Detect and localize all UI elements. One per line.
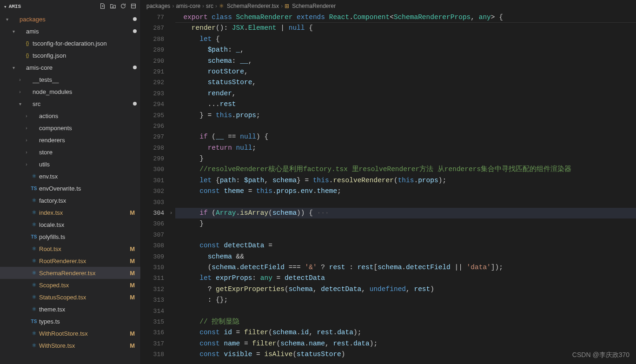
tree-item[interactable]: ⚛env.tsx <box>0 170 140 182</box>
file-icon: ⚛ <box>30 294 38 300</box>
code-line[interactable]: rootStore, <box>175 66 636 77</box>
tree-item[interactable]: ⚛RootRenderer.tsxM <box>0 255 140 267</box>
code-line[interactable]: } <box>175 153 636 164</box>
code-line[interactable]: //resolveRenderer核心是利用factory.tsx 里resol… <box>175 164 636 175</box>
new-folder-icon[interactable] <box>110 3 116 11</box>
code-line[interactable] <box>175 230 636 240</box>
modified-badge: M <box>130 270 137 277</box>
tree-item[interactable]: ›utils <box>0 158 140 170</box>
tree-item-label: Root.tsx <box>39 245 130 252</box>
tree-item-label: envOverwrite.ts <box>39 185 137 192</box>
tree-item[interactable]: ›components <box>0 122 140 134</box>
tree-item-label: polyfills.ts <box>39 233 137 240</box>
code-line[interactable]: : {}; <box>175 295 636 305</box>
refresh-icon[interactable] <box>120 3 126 11</box>
tree-item[interactable]: ⚛index.tsxM <box>0 206 140 218</box>
breadcrumb-item[interactable]: packages <box>146 3 170 9</box>
line-numbers: 7728728828929029129229329429529629729829… <box>141 12 167 364</box>
chevron-icon: › <box>23 113 30 119</box>
file-icon: TS <box>30 185 38 192</box>
code-line[interactable]: statusStore, <box>175 77 636 88</box>
tree-item[interactable]: ⚛factory.tsx <box>0 194 140 206</box>
tree-item[interactable]: ›__tests__ <box>0 73 140 86</box>
code-line[interactable]: const detectData = <box>175 240 636 251</box>
modified-badge: M <box>130 209 137 216</box>
code-line[interactable] <box>175 121 636 132</box>
breadcrumb[interactable]: packages›amis-core›src›⚛SchemaRenderer.t… <box>141 0 636 12</box>
tree-item[interactable]: ⚛Root.tsxM <box>0 243 140 255</box>
code-line[interactable]: } = this.props; <box>175 110 636 121</box>
fold-column[interactable]: › <box>167 12 175 364</box>
code-line[interactable]: (schema.detectField === '&' ? rest : res… <box>175 262 636 273</box>
tree-item[interactable]: ›node_modules <box>0 86 140 98</box>
tree-item[interactable]: ›renderers <box>0 134 140 146</box>
tree-item[interactable]: ⚛WithStore.tsxM <box>0 339 140 351</box>
tree-item-label: __tests__ <box>33 76 137 83</box>
code-line[interactable]: $path: _, <box>175 45 636 55</box>
tree-item[interactable]: TSenvOverwrite.ts <box>0 182 140 194</box>
code-content[interactable]: export class SchemaRenderer extends Reac… <box>175 12 636 364</box>
code-line[interactable]: } <box>175 218 636 229</box>
breadcrumb-item[interactable]: amis-core <box>176 3 200 9</box>
tree-item-label: store <box>39 149 137 156</box>
file-icon: ⚛ <box>30 330 38 337</box>
code-line[interactable]: let { <box>175 34 636 45</box>
tree-item-label: StatusScoped.tsx <box>39 294 130 301</box>
code-line[interactable]: if (__ == null) { <box>175 132 636 142</box>
symbol-icon: ⊞ <box>285 3 289 9</box>
breadcrumb-item[interactable]: src <box>206 3 213 9</box>
breadcrumb-item[interactable]: SchemaRenderer.tsx <box>227 3 279 9</box>
workspace-title: AMIS <box>9 4 99 9</box>
tree-item[interactable]: {}tsconfig.json <box>0 49 140 61</box>
code-line[interactable]: return null; <box>175 143 636 153</box>
modified-badge: M <box>130 282 137 289</box>
tree-item[interactable]: ⚛locale.tsx <box>0 218 140 231</box>
tree-item[interactable]: ▾amis <box>0 25 140 37</box>
dirty-dot <box>133 17 137 21</box>
code-line[interactable]: const id = filter(schema.id, rest.data); <box>175 327 636 338</box>
code-line[interactable]: // 控制显隐 <box>175 317 636 327</box>
tree-item[interactable]: ⚛SchemaRenderer.tsxM <box>0 267 140 279</box>
tree-item[interactable]: ›store <box>0 146 140 158</box>
tree-item-label: components <box>39 125 137 132</box>
tree-item[interactable]: ⚛Scoped.tsxM <box>0 279 140 291</box>
code-line[interactable]: const visible = isAlive(statusStore) <box>175 349 636 360</box>
tree-item[interactable]: ▾amis-core <box>0 61 140 73</box>
code-line[interactable] <box>175 306 636 317</box>
breadcrumb-item[interactable]: SchemaRenderer <box>292 3 336 9</box>
tree-item-label: actions <box>39 113 137 119</box>
chevron-icon: › <box>17 77 23 82</box>
tree-item[interactable]: ▾src <box>0 98 140 110</box>
code-line[interactable]: render(): JSX.Element | null { <box>175 23 636 33</box>
file-explorer: ▾ AMIS ▾packages▾amis{}tsconfig-for-decl… <box>0 0 141 364</box>
file-icon: {} <box>23 52 32 59</box>
code-line[interactable] <box>175 197 636 208</box>
code-line[interactable]: if (Array.isArray(schema)) { ··· <box>175 208 636 218</box>
code-line[interactable]: schema && <box>175 251 636 262</box>
tree-item[interactable]: ⚛StatusScoped.tsxM <box>0 291 140 303</box>
tree-item-label: index.tsx <box>39 209 130 216</box>
tree-item[interactable]: TSpolyfills.ts <box>0 231 140 243</box>
code-line[interactable]: ...rest <box>175 99 636 110</box>
tree-item-label: types.ts <box>39 318 137 325</box>
code-line[interactable]: let exprProps: any = detectData <box>175 273 636 284</box>
chevron-icon: › <box>23 150 30 155</box>
sticky-scroll-line[interactable]: export class SchemaRenderer extends Reac… <box>175 12 636 23</box>
tree-item[interactable]: ›actions <box>0 110 140 122</box>
code-line[interactable]: render, <box>175 88 636 99</box>
tree-item[interactable]: ⚛WithRootStore.tsxM <box>0 327 140 339</box>
code-line[interactable]: ? getExprProperties(schema, detectData, … <box>175 284 636 295</box>
new-file-icon[interactable] <box>99 3 106 11</box>
collapse-icon[interactable] <box>130 3 137 11</box>
tree-item[interactable]: {}tsconfig-for-declaration.json <box>0 37 140 49</box>
modified-badge: M <box>130 294 137 301</box>
code-line[interactable]: schema: __, <box>175 56 636 66</box>
tree-item[interactable]: ⚛theme.tsx <box>0 303 140 315</box>
dirty-dot <box>133 102 137 106</box>
code-line[interactable]: let {path: $path, schema} = this.resolve… <box>175 175 636 186</box>
tree-item[interactable]: TStypes.ts <box>0 315 140 327</box>
tree-item[interactable]: ▾packages <box>0 13 140 25</box>
file-icon: TS <box>30 233 38 240</box>
code-line[interactable]: const name = filter(schema.name, rest.da… <box>175 338 636 349</box>
code-line[interactable]: const theme = this.props.env.theme; <box>175 186 636 197</box>
